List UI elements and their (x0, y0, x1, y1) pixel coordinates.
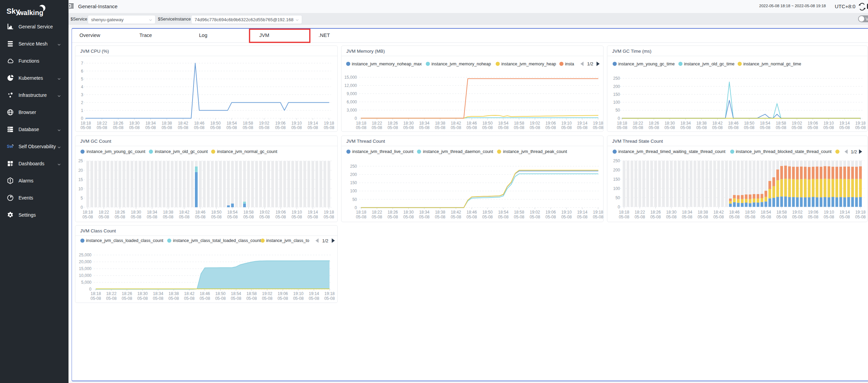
svg-text:walking: walking (18, 9, 43, 16)
svg-text:Sw: Sw (7, 144, 13, 149)
